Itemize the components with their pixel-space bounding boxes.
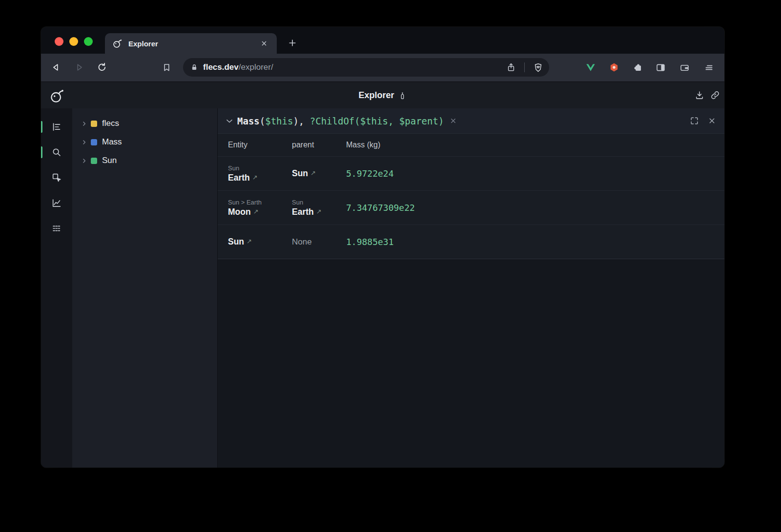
query-results-table: Entity parent Mass (kg) Sun Earth↗ Sun↗ … [218,134,724,259]
stats-chart-button[interactable] [48,194,65,212]
zoom-window-button[interactable] [84,37,93,46]
url-path: /explorer/ [239,62,273,72]
tree-item-sun[interactable]: Sun [72,151,217,170]
tree-item-flecs[interactable]: flecs [72,114,217,133]
lock-icon [190,63,199,72]
close-panel-button[interactable] [706,115,718,127]
chevron-right-icon[interactable] [81,139,88,146]
wallet-button[interactable] [676,59,693,76]
tree-panel-button[interactable] [48,118,65,136]
chevron-right-icon[interactable] [81,157,88,164]
goto-entity-icon: ↗ [310,167,316,179]
entity-cell: Sun Earth↗ [228,164,292,184]
bookmark-button[interactable] [158,59,175,76]
inspect-button[interactable] [48,169,65,186]
vue-devtools-extension-button[interactable] [582,59,599,76]
query-header-actions [688,115,718,127]
goto-entity-icon: ↗ [247,236,252,247]
browser-window: Explorer [41,27,724,468]
remote-connection-icon [398,91,407,100]
main-area: flecs Mass Sun [41,108,724,468]
tab-close-button[interactable] [258,38,270,49]
parent-cell: Sun Earth↗ [292,198,346,218]
mass-cell: 5.9722e24 [346,168,724,179]
url-separator [524,62,525,72]
brave-shield-button[interactable] [532,61,544,74]
memory-panel-button[interactable] [48,220,65,237]
tab-strip: Explorer [41,27,724,54]
flecs-favicon-icon [112,38,123,49]
entity-cell: Sun↗ [228,236,292,247]
navigation-bar: flecs.dev/explorer/ [41,54,724,82]
mass-value: 7.34767309e22 [346,203,415,213]
entity-path: Sun > Earth [228,198,292,206]
table-header-row: Entity parent Mass (kg) [218,134,724,156]
browser-tab[interactable]: Explorer [105,33,277,54]
hexagon-extension-button[interactable] [606,59,622,76]
search-panel-button[interactable] [48,143,65,161]
query-expression[interactable]: Mass($this), ?ChildOf($this, $parent) [237,116,444,126]
mass-cell: 7.34767309e22 [346,203,724,213]
mass-cell: 1.9885e31 [346,237,724,247]
extensions-puzzle-button[interactable] [629,59,646,76]
url-host: flecs.dev [203,62,239,72]
menu-button[interactable] [700,59,717,76]
url-text: flecs.dev/explorer/ [203,62,273,72]
goto-entity-icon: ↗ [316,206,322,217]
active-indicator [41,121,42,133]
url-bar-actions [505,58,549,77]
active-indicator [41,146,42,158]
entity-tree-panel: flecs Mass Sun [72,108,217,468]
url-bar[interactable]: flecs.dev/explorer/ [183,58,549,77]
component-color-swatch [91,139,97,145]
goto-entity-icon: ↗ [253,206,259,217]
app-header: Explorer [41,82,724,108]
query-panel: Mass($this), ?ChildOf($this, $parent) [217,108,724,468]
page-title: Explorer [358,90,394,101]
tree-item-label: Sun [102,156,117,165]
entity-link[interactable]: Moon↗ [228,206,259,218]
new-tab-button[interactable] [285,36,300,50]
goto-entity-icon: ↗ [252,172,258,183]
app-title: Explorer [358,82,407,109]
tree-item-mass[interactable]: Mass [72,133,217,151]
entity-path: Sun [228,164,292,172]
table-row: Sun↗ None 1.9885e31 [218,225,724,259]
reload-button[interactable] [94,59,110,76]
download-button[interactable] [692,87,707,103]
tree-item-label: Mass [102,137,122,147]
table-row: Sun Earth↗ Sun↗ 5.9722e24 [218,156,724,190]
flecs-logo-icon [49,88,64,103]
table-row: Sun > Earth Moon↗ Sun Earth↗ 7.34767309e… [218,190,724,225]
collapse-query-button[interactable] [224,116,235,126]
minimize-window-button[interactable] [69,37,78,46]
mass-value: 5.9722e24 [346,168,394,179]
query-panel-empty-area [218,259,724,468]
fullscreen-button[interactable] [688,115,700,127]
chevron-right-icon[interactable] [81,120,88,127]
module-color-swatch [91,121,97,127]
entity-link[interactable]: Sun↗ [292,168,316,179]
entity-cell: Sun > Earth Moon↗ [228,198,292,218]
entity-link[interactable]: Sun↗ [228,236,252,247]
sidebar-toggle-button[interactable] [652,59,669,76]
copy-link-button[interactable] [707,87,723,103]
column-header-entity: Entity [228,141,292,149]
parent-none-value: None [292,237,346,247]
entity-link[interactable]: Earth↗ [228,172,258,184]
parent-cell: Sun↗ [292,168,346,179]
mass-value: 1.9885e31 [346,237,394,247]
column-header-parent: parent [292,141,346,149]
entity-link[interactable]: Earth↗ [292,206,322,218]
query-header: Mass($this), ?ChildOf($this, $parent) [218,108,724,134]
share-button[interactable] [505,61,517,74]
traffic-lights [55,37,93,46]
close-window-button[interactable] [55,37,63,46]
forward-button[interactable] [71,59,87,76]
entity-path: Sun [292,198,346,206]
parent-cell: None [292,237,346,247]
column-header-mass: Mass (kg) [346,141,724,149]
clear-query-button[interactable] [448,116,458,126]
back-button[interactable] [48,59,64,76]
entity-color-swatch [91,158,97,164]
